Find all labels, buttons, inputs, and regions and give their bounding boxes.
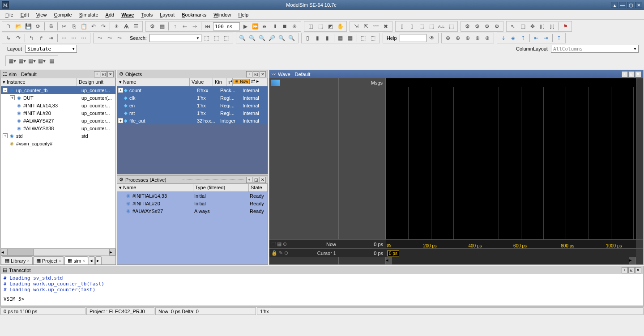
chevron-down-icon[interactable]: ▼ — [195, 36, 201, 40]
tab-library[interactable]: ▦Library× — [2, 256, 33, 264]
tree-row[interactable]: +◉DUTup_counter(... — [1, 94, 115, 102]
misc-icon-2[interactable]: ▯ — [407, 22, 416, 31]
tool-icon-c[interactable]: ◩ — [326, 22, 335, 31]
proc-col-state[interactable]: State — [249, 184, 268, 191]
memory-icon-1[interactable]: ▦▾ — [8, 56, 17, 65]
list-icon[interactable]: ☰ — [132, 22, 141, 31]
tab-project[interactable]: ▦Project× — [33, 256, 64, 264]
tool-icon-a[interactable]: ◫ — [306, 22, 315, 31]
misc-icon-4[interactable]: ⬚ — [427, 22, 436, 31]
panel-dock-button[interactable]: ◱ — [101, 71, 107, 77]
menu-view[interactable]: View — [33, 11, 51, 19]
copy-icon[interactable]: ⎘ — [69, 22, 78, 31]
wave-cursor-time[interactable]: 0 ps — [386, 249, 636, 257]
wave-cursor-marker[interactable]: 0 ps — [387, 251, 399, 256]
add-log-icon[interactable]: ⊕ — [463, 34, 472, 43]
memory-icon-5[interactable]: ▦ — [47, 56, 56, 65]
redo-icon[interactable]: ↷ — [99, 22, 108, 31]
cursor-icon-3[interactable]: ⇡ — [519, 34, 528, 43]
panel-close-button[interactable]: ✕ — [260, 177, 266, 183]
config-icon-3[interactable]: ⚙ — [482, 22, 491, 31]
run-all-icon[interactable]: ⏭ — [260, 22, 269, 31]
add-all-icon[interactable]: ⊕ — [483, 34, 492, 43]
stop-icon[interactable]: ⏹ — [280, 22, 289, 31]
panel-add-button[interactable]: + — [246, 177, 252, 183]
panel-dock-button[interactable]: ◱ — [253, 71, 259, 77]
panel-close-button[interactable]: ✕ — [635, 71, 641, 77]
tree-row[interactable]: ◉#ALWAYS#27up_counter... — [1, 117, 115, 124]
obj-col-now[interactable]: ◾ Now ⇄ ▸ — [233, 78, 268, 86]
obj-col-name[interactable]: ▾ Name — [117, 78, 190, 86]
misc-icon-3[interactable]: ⬚ — [417, 22, 426, 31]
panel-dock-button[interactable]: ◱ — [628, 71, 635, 77]
move-icon[interactable]: ✥ — [528, 22, 537, 31]
step-out-icon[interactable]: ↰ — [27, 34, 36, 43]
run-continue-icon[interactable]: ⏩ — [251, 22, 260, 31]
rollup-button[interactable]: ▴ — [611, 2, 618, 8]
pointer-icon[interactable]: ↖ — [508, 22, 517, 31]
grid-icon-3[interactable]: ⬚ — [359, 34, 368, 43]
compile-all-icon[interactable]: ▦ — [158, 22, 166, 31]
compile-icon[interactable]: ⚙ — [148, 22, 157, 31]
find-icon[interactable]: Ѧ — [122, 22, 131, 31]
tab-close-icon[interactable]: × — [27, 259, 30, 263]
zoom-in-icon[interactable]: 🔍 — [238, 34, 247, 43]
cursor-icon-1[interactable]: ⇣ — [499, 34, 508, 43]
step-cursor-icon[interactable]: ⇥ — [47, 34, 55, 43]
layout-combo[interactable]: ▼ — [25, 45, 77, 53]
next-icon[interactable]: ⇒ — [190, 22, 199, 31]
menu-help[interactable]: Help — [235, 11, 252, 19]
wave-hscroll[interactable]: ◂▸ — [269, 257, 643, 264]
restart-icon[interactable]: ⏮ — [203, 22, 212, 31]
object-row[interactable]: ◆rst1'hxRegi...Internal — [117, 109, 268, 117]
grid-icon-1[interactable]: ▦ — [336, 34, 345, 43]
step-icon-b[interactable]: ⋯ — [69, 34, 78, 43]
config-icon-1[interactable]: ⚙ — [463, 22, 472, 31]
trace-icon-3[interactable]: ⤳ — [115, 34, 124, 43]
zoom-out-icon[interactable]: 🔍 — [248, 34, 257, 43]
save-icon[interactable]: 💾 — [24, 22, 33, 31]
gear-icon[interactable]: ✳ — [290, 22, 299, 31]
goto-icon[interactable]: ☀ — [112, 22, 121, 31]
search-next-icon[interactable]: ⬚ — [212, 34, 221, 43]
tool-icon-d[interactable]: ✋ — [336, 22, 345, 31]
panel-close-button[interactable]: ✕ — [107, 71, 114, 77]
run-time-input[interactable] — [213, 22, 240, 30]
annotate-icon[interactable]: ⫿⫿ — [548, 22, 557, 31]
panel-close-button[interactable]: ✕ — [260, 71, 266, 77]
add-wave-icon[interactable]: ⊕ — [444, 34, 452, 43]
reload-icon[interactable]: ⟳ — [34, 22, 43, 31]
step-over-icon[interactable]: ↷ — [14, 34, 23, 43]
zoom-range-icon[interactable]: 🔍 — [287, 34, 296, 43]
chevron-down-icon[interactable]: ▼ — [70, 47, 77, 51]
menu-layout[interactable]: Layout — [156, 11, 178, 19]
menu-add[interactable]: Add — [102, 11, 118, 19]
panel-add-button[interactable]: + — [94, 71, 100, 77]
tab-sim[interactable]: ▦sim× — [64, 256, 88, 264]
help-input[interactable] — [400, 34, 426, 42]
expand-icon[interactable]: ⇲ — [352, 22, 361, 31]
tree-row[interactable]: -◉up_counter_tbup_counter... — [1, 86, 115, 94]
col-icon-3[interactable]: ▮ — [323, 34, 332, 43]
run-icon[interactable]: ▶ — [241, 22, 250, 31]
zoom-full-icon[interactable]: 🔍 — [258, 34, 267, 43]
search-input[interactable] — [150, 34, 195, 42]
wave-cursor-row[interactable]: 🔒 ✎ ⊖Cursor 1 — [269, 249, 339, 257]
object-row[interactable]: ◆clk1'hxRegi...Internal — [117, 94, 268, 102]
break-icon[interactable]: ⏸ — [270, 22, 279, 31]
memory-icon-2[interactable]: ▦▾ — [17, 56, 26, 65]
menu-file[interactable]: File — [2, 11, 17, 19]
proc-col-type[interactable]: Type (filtered) — [193, 184, 249, 191]
measure-icon[interactable]: ⫿⫿ — [538, 22, 547, 31]
tree-row[interactable]: ◉#INITIAL#14,33up_counter... — [1, 102, 115, 109]
trace-icon-1[interactable]: ⤳ — [95, 34, 104, 43]
obj-col-arrows[interactable]: ⇄ — [226, 78, 233, 86]
process-row[interactable]: ◉#INITIAL#20InitialReady — [117, 200, 268, 207]
add-list-icon[interactable]: ⊕ — [453, 34, 462, 43]
sim-col-instance[interactable]: ▾ Instance — [1, 78, 77, 86]
select-icon[interactable]: ◫ — [518, 22, 527, 31]
open-file-icon[interactable]: 📂 — [14, 22, 23, 31]
step-into-icon[interactable]: ↳ — [4, 34, 13, 43]
zoom-cursor-icon[interactable]: 🔎 — [268, 34, 277, 43]
print-icon[interactable]: 🖶 — [47, 22, 55, 31]
